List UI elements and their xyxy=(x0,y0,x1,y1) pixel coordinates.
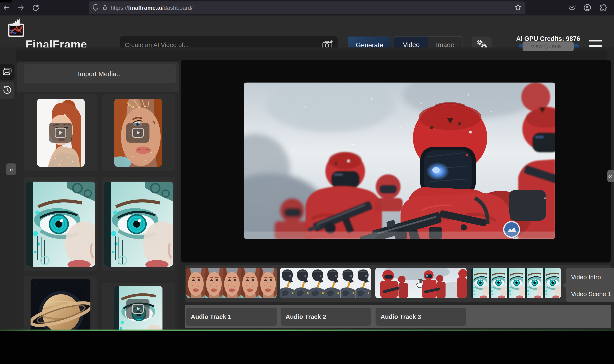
hand-cursor-icon xyxy=(415,278,425,289)
track-label-video-scene-1[interactable]: Video Scene 1 xyxy=(571,291,611,298)
timeline-labels-panel: Video Intro Video Scene 1 xyxy=(566,268,614,302)
media-item-saturn-planet[interactable] xyxy=(24,276,97,331)
account-icon[interactable] xyxy=(583,3,592,12)
url-text[interactable]: https://finalframe.ai/dashboard/ xyxy=(111,5,193,11)
timeline-clip-robot[interactable] xyxy=(280,268,371,298)
audio-track-1[interactable]: Audio Track 1 xyxy=(186,308,277,326)
media-library-tab[interactable] xyxy=(0,64,14,80)
lock-icon[interactable] xyxy=(102,4,108,12)
media-item-cyborg-eye[interactable] xyxy=(102,283,175,331)
audio-track-3[interactable]: Audio Track 3 xyxy=(375,308,466,326)
timeline-clip-cyborg-eye[interactable] xyxy=(471,268,561,298)
thumbnail-image xyxy=(31,279,90,331)
media-item-cyborg-face-b[interactable] xyxy=(102,177,175,271)
expand-sidebar-button[interactable]: » xyxy=(6,163,16,175)
view-queue-button[interactable]: View Queue... xyxy=(522,41,574,51)
pocket-icon[interactable] xyxy=(567,3,577,12)
bookmark-star-icon[interactable] xyxy=(514,4,522,12)
audio-track-2[interactable]: Audio Track 2 xyxy=(280,308,371,326)
shield-icon[interactable] xyxy=(93,4,99,12)
extension-puzzle-icon[interactable] xyxy=(598,3,608,12)
play-button-icon[interactable] xyxy=(126,123,149,143)
thumbnail-image xyxy=(104,182,173,267)
import-media-section: Import Media... xyxy=(16,62,179,92)
track-label-video-intro[interactable]: Video Intro xyxy=(571,274,601,281)
media-item-cyborg-face-a[interactable] xyxy=(24,177,97,271)
history-icon xyxy=(2,85,12,96)
media-item-wet-face-woman[interactable] xyxy=(102,94,175,171)
timeline-scrubber-bar[interactable] xyxy=(13,51,607,61)
media-library-icon xyxy=(2,67,12,77)
app-header: FinalFrame Generate Video Image AI GPU C… xyxy=(0,15,614,47)
media-item-redhead-portrait[interactable] xyxy=(24,94,97,171)
bottom-letterbox xyxy=(0,331,614,364)
history-tab[interactable] xyxy=(0,82,14,99)
reload-icon[interactable] xyxy=(31,3,40,12)
screen-corner xyxy=(0,0,12,2)
import-media-button[interactable]: Import Media... xyxy=(24,64,176,83)
url-bar[interactable]: https://finalframe.ai/dashboard/ xyxy=(89,1,525,14)
forward-arrow-icon[interactable] xyxy=(16,3,26,12)
collapse-right-panel-button[interactable]: « xyxy=(607,170,614,182)
green-divider-line xyxy=(0,330,614,331)
play-button-icon[interactable] xyxy=(49,123,72,143)
preview-video-frame[interactable] xyxy=(244,83,555,239)
media-panel: Import Media... xyxy=(16,62,179,331)
browser-chrome: https://finalframe.ai/dashboard/ xyxy=(0,0,614,15)
timeline-clip-wet-face[interactable] xyxy=(187,268,277,298)
back-arrow-icon[interactable] xyxy=(2,3,11,12)
thumbnail-image xyxy=(26,182,95,267)
clapperboard-logo-icon xyxy=(8,19,24,38)
play-button-icon[interactable] xyxy=(126,299,149,319)
